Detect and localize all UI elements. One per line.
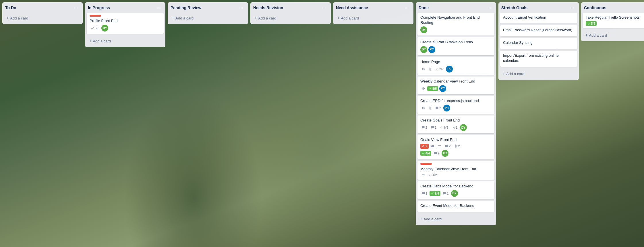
card-title-habit: Create Habit Model for Backend xyxy=(420,184,492,189)
avatar-dy-habit: DY xyxy=(451,190,458,197)
card-title-import-export: Import/Export from existing online calen… xyxy=(503,53,574,63)
card-goals-view[interactable]: Goals View Front End ⚠ 2 2 xyxy=(417,135,494,159)
avatar-pc-partb: PC xyxy=(428,46,435,53)
plus-icon-6: + xyxy=(420,216,422,221)
card-password-reset[interactable]: Email Password Reset (Forgot Password) ✕ xyxy=(500,25,577,36)
avatar-pc-weekly: PC xyxy=(439,85,446,92)
attach-badge-goals-view: 2 xyxy=(453,144,461,148)
column-title-assistance: Need Assistance xyxy=(336,5,368,10)
column-title-done: Done xyxy=(419,5,429,10)
column-content-continuous: Take Regular Trello Screenshots 5/5 ✕ xyxy=(581,13,644,30)
avatar-dy-nav: DY xyxy=(420,26,427,33)
add-card-label-4: Add a card xyxy=(258,16,276,20)
add-card-done[interactable]: + Add a card xyxy=(417,215,494,223)
card-partb-tasks[interactable]: Create all Part B tasks on Trello DY PC … xyxy=(417,37,494,55)
column-title-continuous: Continuous xyxy=(584,5,606,10)
add-card-label-6: Add a card xyxy=(423,217,442,221)
card-title-event: Create Event Model for Backend xyxy=(420,203,492,208)
column-header-revision: Needs Revision ··· xyxy=(250,2,331,13)
card-calendar-syncing[interactable]: Calendar Syncing ✕ xyxy=(500,38,577,49)
eye-badge-goals-view xyxy=(430,144,436,148)
card-trello-screenshots[interactable]: Take Regular Trello Screenshots 5/5 ✕ xyxy=(583,13,644,28)
checklist-green-goals-view: 4/4 xyxy=(420,151,431,156)
card-monthly-calendar[interactable]: Monthly Calendar View Front End 1/2 ✕ xyxy=(417,161,494,180)
card-label-red xyxy=(90,15,101,17)
comment-badge-erd: 2 xyxy=(434,106,442,110)
card-goals-frontend[interactable]: Create Goals Front End 2 1 6/8 xyxy=(417,115,494,133)
comment2-badge-habit: 1 xyxy=(420,191,428,196)
add-card-assistance[interactable]: + Add a card xyxy=(335,14,412,22)
card-erd[interactable]: Create ERD for express.js backend 2 PC ✕ xyxy=(417,96,494,114)
column-header-todo: To Do ··· xyxy=(2,2,83,13)
add-card-label: Add a card xyxy=(10,16,28,20)
column-stretch: Stretch Goals ··· Account Email Verifica… xyxy=(498,2,579,80)
column-todo: To Do ··· + Add a card xyxy=(2,2,83,24)
add-card-inprogress[interactable]: + Add a card xyxy=(87,37,164,45)
comment-badge-goals: 2 xyxy=(420,125,428,130)
column-pending: Pending Review ··· + Add a card xyxy=(168,2,248,24)
checklist-green-screenshots: 5/5 xyxy=(586,21,597,26)
card-habit-model[interactable]: Create Habit Model for Backend 1 9/9 1 D xyxy=(417,181,494,199)
card-footer-erd: 2 PC xyxy=(420,105,492,111)
card-footer-monthly: 1/2 xyxy=(420,173,492,177)
column-assistance: Need Assistance ··· + Add a card xyxy=(333,2,413,24)
card-title-password-reset: Email Password Reset (Forgot Password) xyxy=(503,28,574,33)
card-title-profile: Profile Front End xyxy=(90,18,161,23)
column-title-inprogress: In Progress xyxy=(88,5,110,10)
avatar-dy: DY xyxy=(101,25,108,32)
add-card-label-2: Add a card xyxy=(93,39,111,43)
plus-icon: + xyxy=(6,15,9,21)
column-menu-stretch[interactable]: ··· xyxy=(568,5,576,11)
card-title-goals-view: Goals View Front End xyxy=(420,137,492,142)
column-header-stretch: Stretch Goals ··· xyxy=(498,2,579,13)
column-menu-inprogress[interactable]: ··· xyxy=(155,5,163,11)
card-import-export[interactable]: Import/Export from existing online calen… xyxy=(500,51,577,67)
list-badge-goals-view xyxy=(437,144,442,148)
card-weekly-calendar[interactable]: Weekly Calendar View Front End 5/5 PC ✕ xyxy=(417,77,494,94)
column-menu-revision[interactable]: ··· xyxy=(320,5,328,11)
column-content-done: Complete Navigation and Front End Routin… xyxy=(416,13,496,213)
checklist-green-habit: 9/9 xyxy=(430,191,440,196)
card-email-verification[interactable]: Account Email Verification ✕ xyxy=(500,13,577,23)
column-title-todo: To Do xyxy=(5,5,16,10)
card-profile-front-end[interactable]: Profile Front End 3/6 DY ✕ xyxy=(87,13,164,34)
column-done: Done ··· Complete Navigation and Front E… xyxy=(416,2,496,225)
card-footer-goals-view-2: 4/4 2 DY xyxy=(420,150,492,157)
card-title-erd: Create ERD for express.js backend xyxy=(420,98,492,103)
add-card-label-7: Add a card xyxy=(506,72,524,76)
add-card-todo[interactable]: + Add a card xyxy=(4,14,81,22)
column-title-stretch: Stretch Goals xyxy=(501,5,527,10)
add-card-pending[interactable]: + Add a card xyxy=(169,14,246,22)
column-menu-pending[interactable]: ··· xyxy=(237,5,245,11)
card-home-page[interactable]: Home Page 2/7 PC ✕ xyxy=(417,57,494,75)
attach-badge-goals: 1 xyxy=(451,125,459,130)
column-header-continuous: Continuous ··· xyxy=(581,2,644,13)
comment-badge-habit: 1 xyxy=(442,191,450,196)
add-card-revision[interactable]: + Add a card xyxy=(252,14,329,22)
card-title-weekly: Weekly Calendar View Front End xyxy=(420,79,492,84)
column-header-inprogress: In Progress ··· xyxy=(85,2,165,13)
card-event-model[interactable]: Create Event Model for Backend ✕ xyxy=(417,201,494,212)
card-title-navigation: Complete Navigation and Front End Routin… xyxy=(420,15,492,25)
avatar-pc-home: PC xyxy=(446,66,453,72)
column-menu-todo[interactable]: ··· xyxy=(72,5,80,11)
column-content-inprogress: Profile Front End 3/6 DY ✕ xyxy=(85,13,165,36)
add-card-stretch[interactable]: + Add a card xyxy=(500,70,577,78)
avatar-dy-partb: DY xyxy=(420,46,427,53)
card-title-calendar-sync: Calendar Syncing xyxy=(503,40,574,45)
comment2-badge-goals-view: 2 xyxy=(432,151,440,156)
column-menu-assistance[interactable]: ··· xyxy=(403,5,411,11)
checklist-green-weekly: 5/5 xyxy=(427,86,438,91)
column-menu-done[interactable]: ··· xyxy=(486,5,493,11)
card-footer-weekly: 5/5 PC xyxy=(420,85,492,92)
plus-icon-8: + xyxy=(585,33,588,38)
column-header-pending: Pending Review ··· xyxy=(168,2,248,13)
card-footer-profile: 3/6 DY xyxy=(90,25,161,32)
add-card-continuous[interactable]: + Add a card xyxy=(583,31,644,40)
column-revision: Needs Revision ··· + Add a card xyxy=(250,2,331,24)
card-complete-navigation[interactable]: Complete Navigation and Front End Routin… xyxy=(417,13,494,36)
checklist-badge-monthly: 1/2 xyxy=(427,173,438,177)
card-footer-navigation: DY xyxy=(420,26,492,33)
card-footer-goals-view: ⚠ 2 2 2 xyxy=(420,144,492,149)
add-card-label-5: Add a card xyxy=(341,16,359,20)
